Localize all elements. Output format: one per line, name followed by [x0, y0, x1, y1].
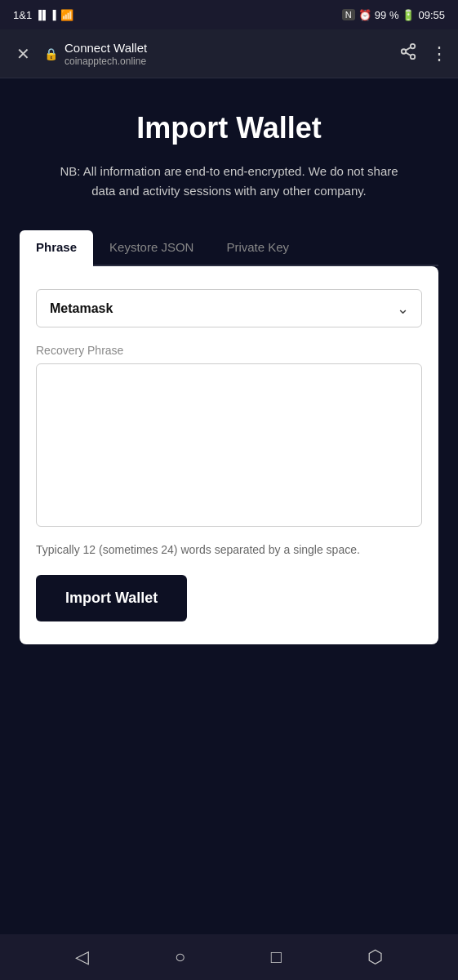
signal-icon: ▐▌▐ — [35, 10, 56, 20]
status-bar: 1&1 ▐▌▐ 📶 N ⏰ 99 % 🔋 09:55 — [0, 0, 458, 29]
menu-button[interactable]: ⋮ — [430, 43, 448, 65]
wallet-select-wrapper: Metamask Trust Wallet Coinbase Wallet Wa… — [36, 289, 422, 327]
carrier-label: 1&1 — [13, 9, 32, 21]
browser-close-button[interactable]: ✕ — [10, 41, 36, 67]
notification-icon: N — [342, 9, 355, 20]
tabs-container: Phrase Keystore JSON Private Key — [20, 230, 438, 266]
svg-line-3 — [406, 52, 411, 56]
recovery-phrase-input[interactable] — [36, 363, 422, 527]
alarm-icon: ⏰ — [358, 9, 371, 21]
home-button[interactable]: ○ — [175, 947, 185, 968]
back-button[interactable]: ◁ — [75, 947, 89, 968]
import-wallet-button[interactable]: Import Wallet — [36, 575, 187, 621]
time-label: 09:55 — [418, 9, 445, 21]
form-card: Metamask Trust Wallet Coinbase Wallet Wa… — [20, 266, 438, 644]
wallet-select[interactable]: Metamask Trust Wallet Coinbase Wallet Wa… — [36, 289, 422, 327]
browser-title: Connect Wallet — [64, 41, 147, 56]
browser-bar: ✕ 🔒 Connect Wallet coinapptech.online ⋮ — [0, 29, 458, 78]
page-title: Import Wallet — [20, 111, 438, 145]
battery-text: 99 % — [375, 9, 399, 21]
battery-icon: 🔋 — [402, 9, 415, 21]
recovery-label: Recovery Phrase — [36, 344, 422, 357]
browser-url-info: Connect Wallet coinapptech.online — [64, 41, 147, 67]
status-right: N ⏰ 99 % 🔋 09:55 — [342, 9, 445, 21]
page-content: Import Wallet NB: All information are en… — [0, 78, 458, 934]
recents-button[interactable]: □ — [271, 947, 282, 968]
wifi-icon: 📶 — [60, 9, 73, 21]
tab-phrase[interactable]: Phrase — [20, 230, 93, 266]
browser-url-area: 🔒 Connect Wallet coinapptech.online — [44, 41, 391, 67]
lock-icon: 🔒 — [44, 47, 58, 60]
tab-keystore-json[interactable]: Keystore JSON — [93, 230, 210, 266]
browser-actions: ⋮ — [399, 42, 448, 65]
android-nav-bar: ◁ ○ □ ⬡ — [0, 934, 458, 980]
extra-button[interactable]: ⬡ — [367, 947, 383, 968]
tab-private-key[interactable]: Private Key — [210, 230, 305, 266]
svg-line-4 — [406, 47, 411, 51]
browser-domain: coinapptech.online — [64, 56, 147, 67]
status-left: 1&1 ▐▌▐ 📶 — [13, 9, 73, 21]
share-button[interactable] — [399, 42, 417, 65]
page-subtitle: NB: All information are end-to end-encry… — [58, 162, 401, 201]
hint-text: Typically 12 (sometimes 24) words separa… — [36, 541, 422, 559]
